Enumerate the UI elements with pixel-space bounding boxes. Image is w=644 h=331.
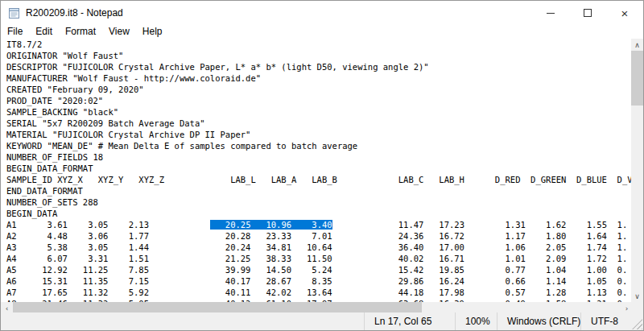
window-title: R200209.it8 - Notepad bbox=[26, 7, 123, 19]
maximize-icon bbox=[584, 9, 592, 17]
editor-line[interactable]: SAMPLE_BACKING "black" bbox=[1, 106, 633, 118]
menu-format[interactable]: Format bbox=[59, 25, 102, 39]
editor-line[interactable]: A4 6.07 3.31 1.51 21.25 38.33 11.50 40.0… bbox=[1, 253, 633, 264]
editor-line[interactable]: END_DATA_FORMAT bbox=[1, 185, 633, 197]
close-icon: × bbox=[621, 7, 629, 19]
text-editor-pane[interactable]: IT8.7/2 ORIGINATOR "Wolf Faust" DESCRIPT… bbox=[1, 39, 633, 302]
resize-grip[interactable] bbox=[632, 319, 642, 329]
editor-line[interactable]: SAMPLE_ID XYZ_X XYZ_Y XYZ_Z LAB_L LAB_A … bbox=[1, 174, 633, 185]
editor-line[interactable]: SERIAL "5x7 R200209 Batch Average Data" bbox=[1, 118, 633, 129]
editor-line[interactable]: A6 15.31 11.35 7.15 40.17 28.67 8.35 29.… bbox=[1, 275, 633, 287]
editor-line[interactable]: A7 17.65 11.32 5.92 40.11 42.02 13.64 44… bbox=[1, 287, 633, 298]
status-line-endings: Windows (CRLF) bbox=[497, 312, 580, 330]
editor-line[interactable]: NUMBER_OF_FIELDS 18 bbox=[1, 151, 633, 163]
notepad-icon[interactable] bbox=[8, 6, 20, 19]
editor-line-with-selection[interactable]: A1 3.61 3.05 2.13 20.25 10.96 3.40 11.47… bbox=[1, 219, 633, 230]
selected-text: 20.25 10.96 3.40 bbox=[210, 220, 332, 230]
editor-line[interactable]: A3 5.38 3.05 1.44 20.24 34.81 10.64 36.4… bbox=[1, 242, 633, 253]
editor-line[interactable]: DESCRIPTOR "FUJICOLOR Crystal Archive Pa… bbox=[1, 61, 633, 72]
caption-buttons: × bbox=[532, 1, 643, 25]
editor-line[interactable]: IT8.7/2 bbox=[1, 39, 633, 50]
line-segment-before-selection: A1 3.61 3.05 2.13 bbox=[6, 220, 210, 230]
close-button[interactable]: × bbox=[606, 1, 643, 25]
editor-line[interactable]: A5 12.92 11.25 7.85 39.99 14.50 5.24 15.… bbox=[1, 264, 633, 275]
scroll-down-icon[interactable]: ∨ bbox=[631, 290, 643, 302]
scroll-up-icon[interactable]: ∧ bbox=[631, 39, 643, 51]
editor-line[interactable]: MANUFACTURER "Wolf Faust - http://www.co… bbox=[1, 72, 633, 84]
status-cursor-position: Ln 17, Col 65 bbox=[364, 312, 455, 330]
minimize-icon bbox=[547, 13, 555, 14]
vertical-scrollbar[interactable]: ∧ ∨ bbox=[631, 39, 643, 302]
status-encoding: UTF-8 bbox=[580, 312, 643, 330]
menu-help[interactable]: Help bbox=[136, 25, 169, 39]
editor-line[interactable]: NUMBER_OF_SETS 288 bbox=[1, 197, 633, 208]
editor-line[interactable]: A2 4.48 3.06 1.77 20.28 23.33 7.01 24.36… bbox=[1, 230, 633, 242]
editor-line[interactable]: PROD_DATE "2020:02" bbox=[1, 95, 633, 106]
notepad-window: R200209.it8 - Notepad × File Edit Format… bbox=[0, 0, 644, 331]
maximize-button[interactable] bbox=[569, 1, 606, 25]
menu-file[interactable]: File bbox=[2, 25, 29, 39]
editor-line[interactable]: BEGIN_DATA_FORMAT bbox=[1, 163, 633, 174]
status-zoom-level: 100% bbox=[455, 312, 497, 330]
editor-line[interactable]: MATERIAL "FUJICOLOR Crystal Archive DP I… bbox=[1, 129, 633, 140]
title-bar[interactable]: R200209.it8 - Notepad × bbox=[1, 1, 643, 25]
status-spacer bbox=[1, 312, 364, 330]
editor-line[interactable]: CREATED "February 09, 2020" bbox=[1, 84, 633, 95]
minimize-button[interactable] bbox=[532, 1, 569, 25]
editor-line[interactable]: ORIGINATOR "Wolf Faust" bbox=[1, 50, 633, 61]
editor-line[interactable]: BEGIN_DATA bbox=[1, 208, 633, 219]
menu-edit[interactable]: Edit bbox=[29, 25, 59, 39]
menu-bar: File Edit Format View Help bbox=[1, 25, 643, 39]
status-encoding-label: UTF-8 bbox=[591, 316, 618, 327]
vertical-scrollbar-thumb[interactable] bbox=[631, 51, 643, 106]
status-bar: Ln 17, Col 65 100% Windows (CRLF) UTF-8 bbox=[1, 312, 643, 330]
line-segment-after-selection: 11.47 17.23 1.31 1.62 1.55 1. bbox=[332, 220, 628, 230]
editor-line[interactable]: KEYWORD "MEAN_DE" # Mean Delta E of samp… bbox=[1, 140, 633, 151]
menu-view[interactable]: View bbox=[102, 25, 136, 39]
